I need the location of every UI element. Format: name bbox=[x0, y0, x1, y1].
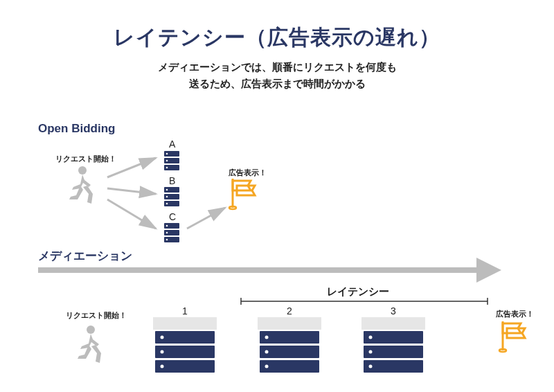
page-title: レイテンシー（広告表示の遅れ） bbox=[0, 24, 554, 52]
network-1-num: 1 bbox=[182, 305, 188, 317]
flag-icon bbox=[229, 179, 255, 209]
runner-icon bbox=[69, 166, 93, 204]
section-open-bidding: Open Bidding bbox=[38, 122, 115, 136]
page-subtitle: メディエーションでは、順番にリクエストを何度も 送るため、広告表示まで時間がかか… bbox=[0, 59, 554, 92]
runner-icon bbox=[78, 326, 101, 363]
network-1-name: ネットワークA bbox=[152, 320, 218, 330]
svg-rect-15 bbox=[38, 267, 479, 273]
server-stack-icon bbox=[164, 187, 179, 206]
latency-label: レイテンシー bbox=[327, 285, 389, 299]
network-2-name: ネットワークB bbox=[256, 320, 323, 330]
flag-icon bbox=[499, 321, 525, 352]
server-stack-icon bbox=[164, 151, 179, 170]
subtitle-line1: メディエーションでは、順番にリクエストを何度も bbox=[158, 61, 397, 73]
server-b-label: B bbox=[169, 175, 175, 186]
arrow-icon bbox=[187, 208, 225, 229]
arrow-icon bbox=[107, 199, 156, 229]
ad-show-label-bottom: 広告表示！ bbox=[496, 309, 534, 319]
latency-bracket-icon bbox=[241, 298, 488, 305]
server-stack-icon bbox=[155, 331, 215, 373]
server-stack-icon bbox=[260, 331, 319, 373]
arrow-icon bbox=[107, 188, 156, 194]
section-mediation: メディエーション bbox=[38, 248, 132, 264]
server-c-label: C bbox=[169, 211, 176, 222]
request-start-label-top: リクエスト開始！ bbox=[55, 154, 116, 164]
network-3-name: ネットワークC bbox=[360, 320, 427, 330]
server-a-label: A bbox=[169, 139, 175, 150]
ad-show-label-top: 広告表示！ bbox=[229, 168, 267, 178]
network-3-num: 3 bbox=[391, 305, 396, 317]
subtitle-line2: 送るため、広告表示まで時間がかかる bbox=[189, 78, 366, 89]
server-stack-icon bbox=[364, 331, 423, 373]
request-start-label-bottom: リクエスト開始！ bbox=[66, 310, 127, 321]
network-2-num: 2 bbox=[287, 305, 292, 317]
server-stack-icon bbox=[164, 223, 179, 242]
